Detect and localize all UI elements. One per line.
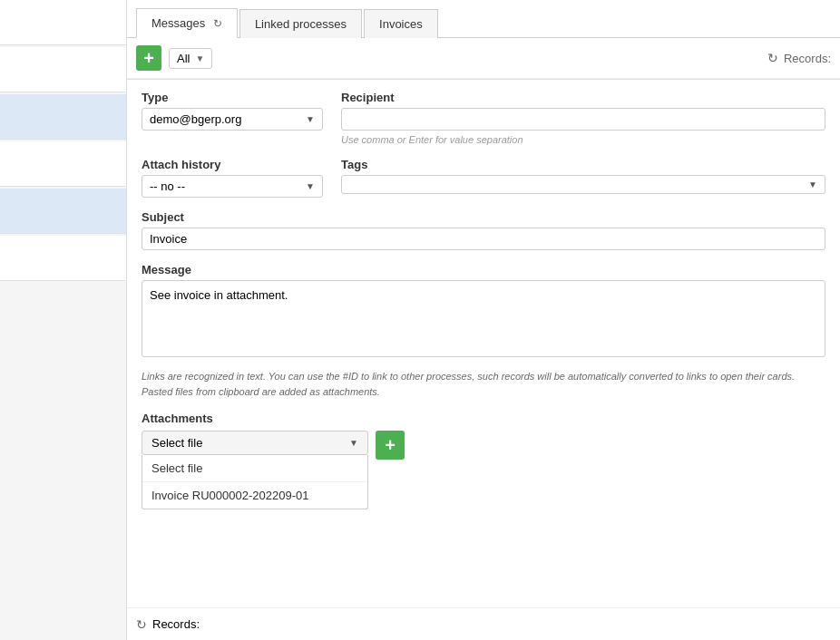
bottom-records-label: Records:	[152, 617, 200, 631]
attachments-label: Attachments	[142, 412, 825, 425]
left-row-4	[0, 141, 126, 187]
attachments-row: Select file ▼ Select file Invoice RU0000…	[142, 431, 825, 460]
message-textarea[interactable]: See invoice in attachment.	[142, 280, 825, 357]
tab-invoices[interactable]: Invoices	[364, 9, 438, 38]
dropdown-item-select-file[interactable]: Select file	[142, 455, 367, 482]
subject-input[interactable]	[142, 228, 825, 250]
type-select[interactable]: demo@bgerp.org ▼	[142, 108, 323, 131]
filter-select[interactable]: All ▼	[169, 48, 212, 69]
recipient-field: Recipient Use comma or Enter for value s…	[341, 91, 825, 145]
recipient-hint: Use comma or Enter for value separation	[341, 134, 825, 145]
message-field: Message See invoice in attachment.	[142, 263, 825, 360]
left-row-1	[0, 0, 126, 45]
subject-field: Subject	[142, 210, 825, 250]
tab-linked-processes[interactable]: Linked processes	[239, 9, 362, 38]
bottom-refresh-icon[interactable]: ↻	[136, 617, 147, 632]
bottom-bar: ↻ Records:	[127, 607, 840, 640]
subject-label: Subject	[142, 210, 825, 224]
toolbar-row: + All ▼ ↻ Records:	[127, 38, 840, 79]
left-panel	[0, 0, 127, 640]
add-attachment-button[interactable]: +	[376, 431, 405, 460]
file-select-btn[interactable]: Select file ▼	[142, 431, 368, 455]
attach-chevron-icon: ▼	[306, 181, 315, 191]
left-row-5[interactable]	[0, 189, 126, 234]
message-hint: Links are recognized in text. You can us…	[142, 369, 825, 399]
file-select-wrapper: Select file ▼ Select file Invoice RU0000…	[142, 431, 368, 455]
attach-history-select[interactable]: -- no -- ▼	[142, 175, 323, 198]
attach-tags-row: Attach history -- no -- ▼ Tags ▼	[142, 158, 825, 198]
dropdown-item-invoice[interactable]: Invoice RU000002-202209-01	[142, 482, 367, 509]
form-section: Type demo@bgerp.org ▼ Recipient Use comm…	[127, 80, 840, 470]
add-button[interactable]: +	[136, 45, 161, 71]
refresh-icon[interactable]: ↻	[213, 17, 222, 30]
tags-chevron-icon: ▼	[808, 179, 817, 189]
type-label: Type	[142, 91, 323, 104]
recipient-input[interactable]	[341, 108, 825, 131]
tab-messages[interactable]: Messages ↻	[136, 8, 238, 38]
type-field: Type demo@bgerp.org ▼	[142, 91, 323, 145]
records-info: ↻ Records:	[767, 51, 831, 65]
filter-chevron-icon: ▼	[195, 53, 204, 63]
type-recipient-row: Type demo@bgerp.org ▼ Recipient Use comm…	[142, 91, 825, 145]
tags-select[interactable]: ▼	[341, 175, 825, 194]
records-refresh-icon[interactable]: ↻	[767, 51, 778, 65]
tags-field: Tags ▼	[341, 158, 825, 198]
attach-history-field: Attach history -- no -- ▼	[142, 158, 323, 198]
left-row-3[interactable]	[0, 94, 126, 140]
recipient-label: Recipient	[341, 91, 825, 104]
tags-label: Tags	[341, 158, 825, 171]
message-label: Message	[142, 263, 825, 276]
type-chevron-icon: ▼	[306, 114, 315, 124]
left-row-2	[0, 47, 126, 92]
tabs-bar: Messages ↻ Linked processes Invoices	[127, 0, 840, 38]
left-row-6	[0, 236, 126, 281]
file-select-chevron-icon: ▼	[349, 438, 358, 448]
attachments-section: Attachments Select file ▼ Select file In…	[142, 412, 825, 460]
main-content: Messages ↻ Linked processes Invoices + A…	[127, 0, 840, 640]
file-dropdown-menu: Select file Invoice RU000002-202209-01	[142, 455, 368, 509]
attach-history-label: Attach history	[142, 158, 323, 171]
